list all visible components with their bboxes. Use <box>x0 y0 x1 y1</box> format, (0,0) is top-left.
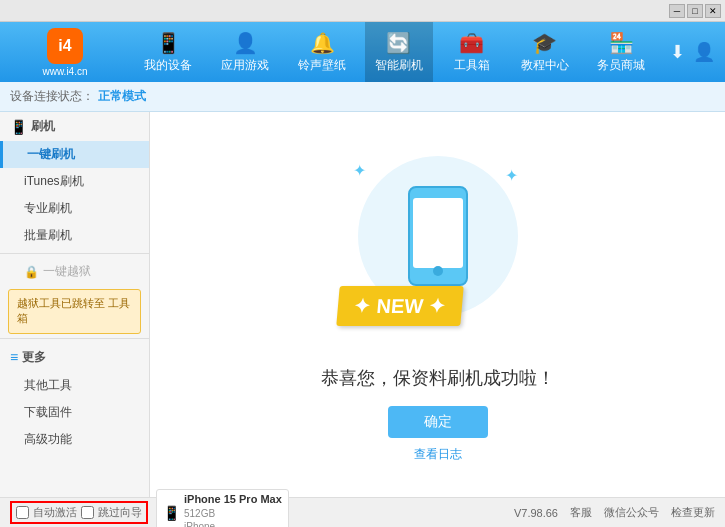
new-badge: ✦ NEW ✦ <box>336 286 463 326</box>
ringtones-icon: 🔔 <box>310 31 335 55</box>
download-button[interactable]: ⬇ <box>670 41 685 63</box>
nav-label-tutorial: 教程中心 <box>521 57 569 74</box>
nav-label-smart-flash: 智能刷机 <box>375 57 423 74</box>
my-device-icon: 📱 <box>156 31 181 55</box>
user-button[interactable]: 👤 <box>693 41 715 63</box>
device-storage: 512GB <box>184 507 282 520</box>
sparkle-icon-1: ✦ <box>353 161 366 180</box>
top-nav: i4 www.i4.cn 📱 我的设备 👤 应用游戏 🔔 铃声壁纸 🔄 智能刷机… <box>0 22 725 82</box>
content-area: ✦ NEW ✦ ✦ ✦ 恭喜您，保资料刷机成功啦！ 确定 查看日志 <box>150 112 725 497</box>
window-controls[interactable]: ─ □ ✕ <box>669 4 721 18</box>
bottom-right: V7.98.66 客服 微信公众号 检查更新 <box>514 505 715 520</box>
title-bar: ─ □ ✕ <box>0 0 725 22</box>
auto-activate-area: 自动激活 跳过向导 <box>10 501 148 524</box>
success-text: 恭喜您，保资料刷机成功啦！ <box>321 366 555 390</box>
toolbox-icon: 🧰 <box>459 31 484 55</box>
device-name: iPhone 15 Pro Max <box>184 492 282 506</box>
sidebar-warning-box: 越狱工具已跳转至 工具箱 <box>8 289 141 334</box>
nav-item-my-device[interactable]: 📱 我的设备 <box>134 22 202 82</box>
flash-section-label: 刷机 <box>31 118 55 135</box>
sidebar-item-advanced[interactable]: 高级功能 <box>0 426 149 453</box>
service-icon: 🏪 <box>609 31 634 55</box>
maximize-button[interactable]: □ <box>687 4 703 18</box>
minimize-button[interactable]: ─ <box>669 4 685 18</box>
auto-activate-checkbox[interactable] <box>16 506 29 519</box>
tutorial-icon: 🎓 <box>532 31 557 55</box>
apps-games-icon: 👤 <box>233 31 258 55</box>
sidebar-item-pro-flash[interactable]: 专业刷机 <box>0 195 149 222</box>
nav-label-apps-games: 应用游戏 <box>221 57 269 74</box>
check-update-link[interactable]: 检查更新 <box>671 505 715 520</box>
status-prefix: 设备连接状态： <box>10 88 94 105</box>
nav-label-service: 务员商城 <box>597 57 645 74</box>
bottom-left: 自动激活 跳过向导 📱 iPhone 15 Pro Max 512GB iPho… <box>10 489 514 527</box>
sidebar-separator-2 <box>0 338 149 339</box>
smart-flash-icon: 🔄 <box>386 31 411 55</box>
nav-item-smart-flash[interactable]: 🔄 智能刷机 <box>365 22 433 82</box>
flash-section-header: 📱 刷机 <box>0 112 149 141</box>
skip-guide-label: 跳过向导 <box>98 505 142 520</box>
main-layout: 📱 刷机 一键刷机 iTunes刷机 专业刷机 批量刷机 🔒 一键越狱 越狱工具… <box>0 112 725 497</box>
phone-illustration: ✦ NEW ✦ ✦ ✦ <box>338 146 538 346</box>
nav-item-toolbox[interactable]: 🧰 工具箱 <box>442 22 502 82</box>
nav-label-my-device: 我的设备 <box>144 57 192 74</box>
sidebar-item-itunes-flash[interactable]: iTunes刷机 <box>0 168 149 195</box>
close-button[interactable]: ✕ <box>705 4 721 18</box>
bottom-device-info: 📱 iPhone 15 Pro Max 512GB iPhone <box>156 489 289 527</box>
logo-text: www.i4.cn <box>42 66 87 77</box>
sidebar-item-download-firmware[interactable]: 下载固件 <box>0 399 149 426</box>
auto-activate-label: 自动激活 <box>33 505 77 520</box>
sidebar-separator-1 <box>0 253 149 254</box>
sidebar-item-batch-flash[interactable]: 批量刷机 <box>0 222 149 249</box>
wechat-link[interactable]: 微信公众号 <box>604 505 659 520</box>
nav-label-ringtones: 铃声壁纸 <box>298 57 346 74</box>
skip-guide-checkbox[interactable] <box>81 506 94 519</box>
logo-area: i4 www.i4.cn <box>0 28 130 77</box>
phone-body <box>408 186 468 286</box>
nav-item-apps-games[interactable]: 👤 应用游戏 <box>211 22 279 82</box>
nav-label-toolbox: 工具箱 <box>454 57 490 74</box>
customer-service-link[interactable]: 客服 <box>570 505 592 520</box>
more-section-icon: ≡ <box>10 349 18 365</box>
phone-home-button <box>433 266 443 276</box>
status-value: 正常模式 <box>98 88 146 105</box>
sidebar-item-one-key-flash[interactable]: 一键刷机 <box>0 141 149 168</box>
nav-item-service[interactable]: 🏪 务员商城 <box>587 22 655 82</box>
status-bar: 设备连接状态： 正常模式 <box>0 82 725 112</box>
nav-item-tutorial[interactable]: 🎓 教程中心 <box>511 22 579 82</box>
version-label: V7.98.66 <box>514 507 558 519</box>
device-info-block: iPhone 15 Pro Max 512GB iPhone <box>184 492 282 527</box>
logo-icon: i4 <box>47 28 83 64</box>
nav-right: ⬇ 👤 <box>660 41 725 63</box>
more-section-label: 更多 <box>22 349 46 366</box>
sparkle-icon-2: ✦ <box>505 166 518 185</box>
sidebar-jailbreak-disabled: 🔒 一键越狱 <box>0 258 149 285</box>
lock-icon: 🔒 <box>24 265 39 279</box>
flash-section-icon: 📱 <box>10 119 27 135</box>
device-phone-icon: 📱 <box>163 505 180 521</box>
device-type: iPhone <box>184 520 282 527</box>
confirm-button[interactable]: 确定 <box>388 406 488 438</box>
sidebar-item-other-tools[interactable]: 其他工具 <box>0 372 149 399</box>
phone-screen <box>413 198 463 268</box>
sidebar: 📱 刷机 一键刷机 iTunes刷机 专业刷机 批量刷机 🔒 一键越狱 越狱工具… <box>0 112 150 497</box>
view-log-link[interactable]: 查看日志 <box>414 446 462 463</box>
bottom-bar: 自动激活 跳过向导 📱 iPhone 15 Pro Max 512GB iPho… <box>0 497 725 527</box>
more-section-header: ≡ 更多 <box>0 343 149 372</box>
nav-items: 📱 我的设备 👤 应用游戏 🔔 铃声壁纸 🔄 智能刷机 🧰 工具箱 🎓 教程中心… <box>130 22 660 82</box>
nav-item-ringtones[interactable]: 🔔 铃声壁纸 <box>288 22 356 82</box>
